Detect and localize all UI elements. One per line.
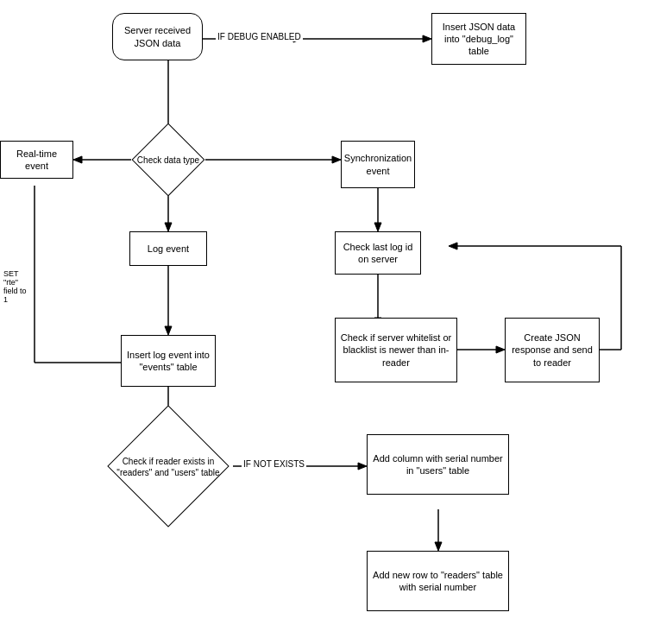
create-json-response-node: Create JSON response and send to reader (505, 318, 600, 382)
set-rte-label: SET "rte" field to 1 (2, 269, 33, 304)
svg-marker-18 (165, 326, 172, 335)
check-data-type-diamond: Check data type (131, 128, 205, 192)
server-received-node: Server received JSON data (112, 13, 203, 60)
svg-marker-30 (358, 463, 367, 470)
if-debug-label: IF DEBUG ENABLED (216, 32, 303, 41)
if-not-exists-label: IF NOT EXISTS (242, 459, 306, 469)
check-reader-exists-diamond: Check if reader exists in "readers" and … (104, 421, 233, 512)
svg-marker-7 (73, 156, 82, 163)
svg-marker-13 (374, 223, 381, 231)
flowchart-diagram: Server received JSON data Insert JSON da… (0, 0, 654, 644)
svg-marker-24 (496, 346, 505, 353)
insert-log-event-node: Insert log event into "events" table (121, 335, 216, 387)
insert-debug-node: Insert JSON data into "debug_log" table (431, 13, 526, 65)
check-last-log-node: Check last log id on server (335, 231, 421, 275)
svg-marker-3 (423, 35, 431, 42)
svg-marker-28 (449, 243, 457, 249)
add-new-row-node: Add new row to "readers" table with seri… (367, 551, 509, 611)
svg-marker-32 (435, 542, 442, 551)
realtime-event-node: Real-time event (0, 141, 73, 179)
sync-event-node: Synchronization event (341, 141, 415, 188)
add-column-node: Add column with serial number in "users"… (367, 434, 509, 495)
log-event-node: Log event (129, 231, 207, 266)
svg-marker-9 (332, 156, 341, 163)
svg-marker-11 (165, 223, 172, 231)
check-whitelist-node: Check if server whitelist or blacklist i… (335, 318, 457, 382)
